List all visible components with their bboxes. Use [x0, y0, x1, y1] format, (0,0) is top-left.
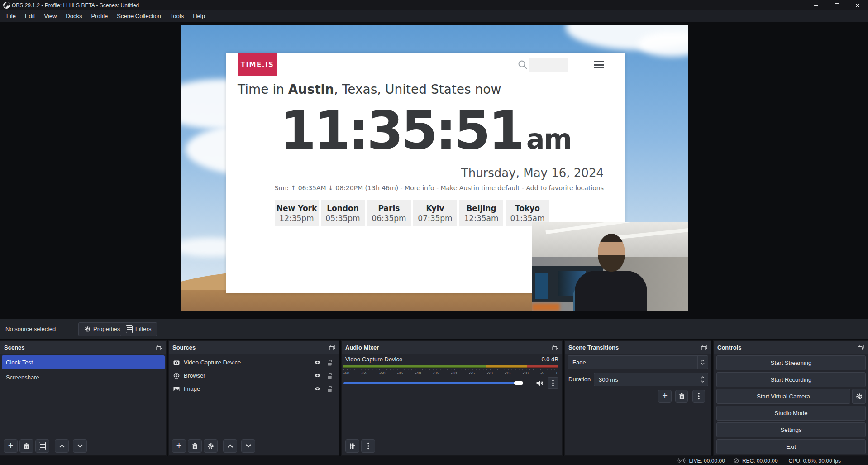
popout-icon[interactable]	[156, 345, 162, 350]
filters-label: Filters	[135, 326, 151, 332]
lock-toggle[interactable]	[326, 372, 333, 379]
mixer-channel-menu-button[interactable]	[548, 377, 558, 389]
menu-view[interactable]: View	[39, 10, 61, 22]
visibility-toggle[interactable]	[314, 372, 321, 379]
move-scene-up-button[interactable]	[55, 439, 69, 453]
combo-arrows[interactable]	[697, 356, 708, 369]
lock-toggle[interactable]	[326, 359, 333, 366]
close-button[interactable]	[847, 0, 868, 10]
controls-header[interactable]: Controls	[714, 341, 868, 354]
add-transition-button[interactable]: +	[658, 390, 672, 403]
settings-button[interactable]: Settings	[716, 422, 866, 437]
volume-slider-handle[interactable]	[514, 381, 523, 385]
controls-panel: Controls Start Streaming Start Recording…	[713, 340, 868, 456]
title-bar[interactable]: OBS 29.1.2 - Profile: LLHLS BETA - Scene…	[0, 0, 868, 10]
chevron-down-icon	[701, 380, 705, 383]
start-streaming-button[interactable]: Start Streaming	[716, 355, 866, 370]
remove-scene-button[interactable]	[19, 439, 33, 453]
move-scene-down-button[interactable]	[73, 439, 87, 453]
add-scene-button[interactable]: +	[4, 439, 18, 453]
transition-select[interactable]: Fade	[568, 355, 708, 369]
popout-icon[interactable]	[552, 345, 558, 350]
sources-panel: Sources Video Capture Device Browser Ima…	[168, 340, 339, 456]
button-label: Studio Mode	[775, 410, 808, 417]
source-item-image[interactable]: Image	[169, 382, 339, 395]
properties-button[interactable]: Properties	[78, 322, 126, 336]
source-item-browser[interactable]: Browser	[169, 369, 339, 382]
city-times-row: New York12:35pm London05:35pm Paris06:35…	[275, 200, 549, 226]
filters-icon	[39, 442, 46, 450]
timeis-date: Thursday, May 16, 2024	[461, 166, 604, 180]
minimize-button[interactable]	[806, 0, 826, 10]
lock-toggle[interactable]	[326, 385, 333, 393]
studio-mode-button[interactable]: Studio Mode	[716, 406, 866, 421]
transition-menu-button[interactable]	[692, 390, 705, 403]
mixer-channel-name: Video Capture Device	[345, 356, 402, 363]
eye-icon	[314, 385, 321, 392]
gear-icon	[84, 326, 91, 332]
move-source-up-button[interactable]	[223, 439, 237, 453]
webcam-source[interactable]	[532, 222, 688, 311]
minimize-icon	[814, 5, 818, 6]
gear-icon	[207, 443, 214, 450]
button-label: Settings	[781, 427, 802, 433]
timeis-logo-text: TIME.IS	[241, 61, 274, 69]
virtual-camera-config-button[interactable]	[852, 389, 866, 404]
scene-transitions-panel: Scene Transitions Fade Duration 300 ms +	[564, 340, 711, 456]
timeis-heading: Time in Austin, Texas, United States now	[238, 82, 501, 97]
sources-panel-header[interactable]: Sources	[169, 341, 339, 354]
popout-icon[interactable]	[701, 345, 707, 350]
move-source-down-button[interactable]	[241, 439, 255, 453]
transitions-header[interactable]: Scene Transitions	[565, 341, 711, 354]
menu-docks[interactable]: Docks	[61, 10, 86, 22]
add-source-button[interactable]: +	[172, 439, 186, 453]
mixer-menu-button[interactable]	[361, 439, 375, 453]
scene-item-clock-test[interactable]: Clock Test	[2, 355, 165, 369]
volume-slider-track[interactable]	[343, 382, 522, 384]
menu-tools[interactable]: Tools	[166, 10, 188, 22]
speaker-icon[interactable]	[535, 379, 544, 387]
duration-value: 300 ms	[599, 376, 698, 383]
properties-label: Properties	[93, 326, 120, 332]
scenes-panel-header[interactable]: Scenes	[0, 341, 166, 354]
add-favorite-link: Add to favorite locations	[526, 184, 604, 192]
source-item-video-capture[interactable]: Video Capture Device	[169, 356, 339, 369]
unlock-icon	[326, 385, 333, 393]
filters-button[interactable]: Filters	[120, 322, 157, 336]
source-status-text: No source selected	[5, 326, 56, 332]
scene-filters-button[interactable]	[35, 439, 49, 453]
source-label: Video Capture Device	[184, 359, 241, 366]
source-properties-button[interactable]	[204, 439, 218, 453]
menu-edit[interactable]: Edit	[20, 10, 39, 22]
menu-scene-collection[interactable]: Scene Collection	[112, 10, 166, 22]
advanced-audio-button[interactable]	[345, 439, 359, 453]
button-label: Start Recording	[771, 376, 811, 383]
popout-icon[interactable]	[858, 345, 864, 350]
chevron-up-icon	[701, 376, 705, 379]
scene-item-screenshare[interactable]: Screenshare	[2, 371, 165, 384]
program-preview[interactable]: TIME.IS Time in Austin, Texas, United St…	[181, 25, 688, 311]
maximize-button[interactable]	[826, 0, 847, 10]
exit-button[interactable]: Exit	[716, 439, 866, 454]
popout-icon[interactable]	[329, 345, 335, 350]
remove-source-button[interactable]	[188, 439, 202, 453]
cpu-fps-stats: CPU: 0.6%, 30.00 fps	[789, 458, 841, 464]
start-recording-button[interactable]: Start Recording	[716, 372, 866, 387]
button-label: Start Virtual Camera	[757, 393, 810, 400]
menu-help[interactable]: Help	[188, 10, 210, 22]
spinner-arrows[interactable]	[698, 373, 708, 386]
volume-slider[interactable]	[343, 381, 532, 385]
visibility-toggle[interactable]	[314, 385, 321, 392]
menu-profile[interactable]: Profile	[86, 10, 112, 22]
audio-mixer-header[interactable]: Audio Mixer	[342, 341, 562, 354]
mixer-level-db: 0.0 dB	[541, 356, 558, 363]
duration-spinbox[interactable]: 300 ms	[594, 373, 708, 386]
remove-transition-button[interactable]	[675, 390, 688, 403]
scene-label: Clock Test	[6, 359, 33, 366]
visibility-toggle[interactable]	[314, 359, 321, 366]
obs-logo-icon	[3, 2, 10, 9]
start-virtual-camera-button[interactable]: Start Virtual Camera	[716, 389, 850, 404]
audio-sliders-icon	[349, 443, 356, 450]
city-time-box: London05:35pm	[321, 200, 365, 226]
menu-file[interactable]: File	[2, 10, 20, 22]
